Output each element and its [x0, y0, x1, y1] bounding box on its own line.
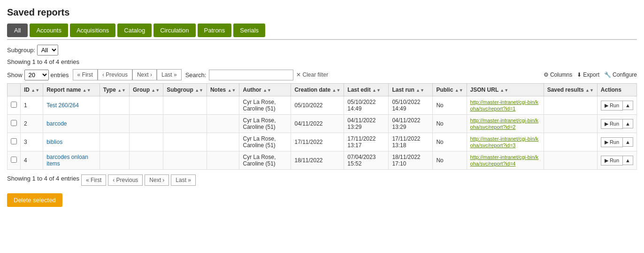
row-type [100, 133, 129, 151]
th-subgroup[interactable]: Subgroup ▲▼ [163, 84, 207, 96]
tab-all[interactable]: All [7, 24, 28, 37]
table-row: 1 Test 260/264 Cyr La Rose, Caroline (51… [8, 96, 637, 115]
th-id[interactable]: ID ▲▼ [21, 84, 43, 96]
tab-acquisitions[interactable]: Acquisitions [70, 24, 115, 37]
tab-serials[interactable]: Serials [233, 24, 265, 37]
subgroup-row: Subgroup: All [7, 45, 637, 55]
next-button-top[interactable]: Next › [132, 69, 157, 80]
th-actions: Actions [597, 84, 636, 96]
th-report-name[interactable]: Report name ▲▼ [43, 84, 100, 96]
th-json-url[interactable]: JSON URL ▲▼ [467, 84, 544, 96]
row-id: 2 [21, 115, 43, 133]
th-public[interactable]: Public ▲▼ [433, 84, 467, 96]
delete-selected-button[interactable]: Delete selected [7, 193, 62, 207]
row-notes [207, 115, 239, 133]
row-checkbox-2[interactable] [11, 120, 17, 126]
row-author: Cyr La Rose, Caroline (51) [239, 96, 291, 115]
tab-accounts[interactable]: Accounts [30, 24, 68, 37]
run-button-4[interactable]: ▶ Run [601, 156, 623, 166]
row-checkbox-4[interactable] [11, 157, 17, 163]
row-public: No [433, 151, 467, 170]
entries-label: entries [51, 71, 69, 79]
row-last-run: 18/11/2022 17:10 [389, 151, 433, 170]
previous-button-bottom[interactable]: ‹ Previous [108, 174, 143, 186]
right-controls: ⚙ Columns ⬇ Export 🔧 Configure [544, 71, 637, 78]
tab-catalog[interactable]: Catalog [117, 24, 152, 37]
row-creation-date: 05/10/2022 [291, 96, 344, 115]
row-subgroup [163, 115, 207, 133]
show-label: Show [7, 71, 23, 79]
gear-icon: ⚙ [544, 71, 549, 78]
clear-filter-btn[interactable]: ✕ Clear filter [296, 71, 328, 78]
report-name-link[interactable]: barcodes onloan items [46, 154, 88, 167]
row-subgroup [163, 133, 207, 151]
row-type [100, 151, 129, 170]
columns-button[interactable]: ⚙ Columns [544, 71, 572, 78]
up-button-2[interactable]: ▲ [623, 119, 633, 128]
th-type[interactable]: Type ▲▼ [100, 84, 129, 96]
th-creation-date[interactable]: Creation date ▲▼ [291, 84, 344, 96]
row-type [100, 115, 129, 133]
showing-text-top: Showing 1 to 4 of 4 entries [7, 58, 637, 65]
next-button-bottom[interactable]: Next › [145, 174, 169, 186]
row-checkbox-cell [8, 115, 21, 133]
up-button-4[interactable]: ▲ [623, 156, 633, 165]
th-author[interactable]: Author ▲▼ [239, 84, 291, 96]
subgroup-select[interactable]: All [37, 45, 58, 55]
row-last-edit: 07/04/2023 15:52 [344, 151, 389, 170]
up-button-1[interactable]: ▲ [623, 101, 633, 110]
export-button[interactable]: ⬇ Export [577, 71, 599, 78]
row-last-edit: 04/11/2022 13:29 [344, 115, 389, 133]
row-group [129, 133, 163, 151]
search-input[interactable] [209, 70, 293, 80]
search-area: Search: ✕ Clear filter [185, 70, 329, 80]
report-name-link[interactable]: barcode [46, 120, 67, 127]
up-button-3[interactable]: ▲ [623, 137, 633, 147]
previous-button-top[interactable]: ‹ Previous [98, 69, 132, 80]
tab-circulation[interactable]: Circulation [153, 24, 195, 37]
report-name-link[interactable]: biblios [46, 139, 62, 145]
json-url-link[interactable]: http://master-intranet/cgi-bin/koha/svc/… [470, 154, 539, 166]
clear-filter-label: Clear filter [302, 71, 328, 78]
row-saved-results [544, 133, 597, 151]
th-notes[interactable]: Notes ▲▼ [207, 84, 239, 96]
first-button-bottom[interactable]: « First [81, 174, 106, 186]
run-button-2[interactable]: ▶ Run [601, 119, 623, 129]
th-last-edit[interactable]: Last edit ▲▼ [344, 84, 389, 96]
row-public: No [433, 133, 467, 151]
row-checkbox-cell [8, 151, 21, 170]
th-checkbox [8, 84, 21, 96]
download-icon: ⬇ [577, 71, 582, 78]
row-last-run: 05/10/2022 14:49 [389, 96, 433, 115]
report-name-link[interactable]: Test 260/264 [46, 102, 79, 109]
row-report-name: biblios [43, 133, 100, 151]
run-button-3[interactable]: ▶ Run [601, 137, 623, 147]
table-row: 4 barcodes onloan items Cyr La Rose, Car… [8, 151, 637, 170]
last-button-top[interactable]: Last » [157, 69, 182, 80]
configure-button[interactable]: 🔧 Configure [604, 71, 637, 78]
json-url-link[interactable]: http://master-intranet/cgi-bin/koha/svc/… [470, 99, 539, 111]
show-select[interactable]: 20 10 50 100 [24, 70, 49, 80]
row-actions: ▶ Run▲ [597, 133, 636, 151]
x-icon: ✕ [296, 71, 301, 78]
th-group[interactable]: Group ▲▼ [129, 84, 163, 96]
row-json-url: http://master-intranet/cgi-bin/koha/svc/… [467, 133, 544, 151]
row-id: 1 [21, 96, 43, 115]
first-button-top[interactable]: « First [73, 69, 98, 80]
tab-patrons[interactable]: Patrons [198, 24, 232, 37]
row-notes [207, 151, 239, 170]
th-saved-results[interactable]: Saved results ▲▼ [544, 84, 597, 96]
last-button-bottom[interactable]: Last » [171, 174, 196, 186]
row-checkbox-1[interactable] [11, 102, 17, 108]
row-group [129, 115, 163, 133]
json-url-link[interactable]: http://master-intranet/cgi-bin/koha/svc/… [470, 118, 539, 130]
row-checkbox-3[interactable] [11, 138, 17, 144]
th-last-run[interactable]: Last run ▲▼ [389, 84, 433, 96]
configure-label: Configure [613, 71, 637, 78]
row-creation-date: 04/11/2022 [291, 115, 344, 133]
table-row: 2 barcode Cyr La Rose, Caroline (51) 04/… [8, 115, 637, 133]
row-actions: ▶ Run▲ [597, 151, 636, 170]
json-url-link[interactable]: http://master-intranet/cgi-bin/koha/svc/… [470, 136, 539, 148]
row-author: Cyr La Rose, Caroline (51) [239, 115, 291, 133]
run-button-1[interactable]: ▶ Run [601, 101, 623, 111]
